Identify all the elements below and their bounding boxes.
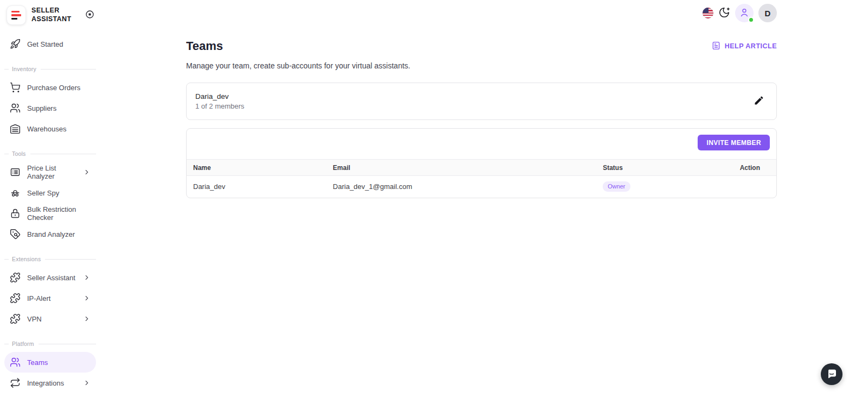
sidebar-collapse-button[interactable] <box>85 9 95 21</box>
column-header-action: Action <box>733 160 776 176</box>
help-article-link[interactable]: HELP ARTICLE <box>711 41 777 52</box>
avatar[interactable]: D <box>758 4 777 22</box>
sidebar-item-ip-alert[interactable]: IP-Alert <box>4 288 96 308</box>
topbar: D <box>100 0 868 26</box>
brand-logo[interactable] <box>7 5 26 25</box>
person-icon <box>739 7 750 20</box>
column-header-email: Email <box>327 160 597 176</box>
warehouse-icon <box>10 123 21 134</box>
sidebar-item-bulk-restriction-checker[interactable]: Bulk Restriction Checker <box>4 203 96 224</box>
us-flag-icon[interactable] <box>703 8 713 18</box>
section-label-extensions: Extensions <box>4 255 96 263</box>
nav-label: Price List Analyzer <box>27 164 83 180</box>
nav-label: Seller Assistant <box>27 274 75 282</box>
member-name-cell: Daria_dev <box>187 176 327 198</box>
members-toolbar: INVITE MEMBER <box>187 129 776 159</box>
sidebar-nav: Get Started Inventory Purchase Orders Su… <box>4 26 96 393</box>
people-icon <box>10 103 21 114</box>
team-name: Daria_dev <box>195 92 244 100</box>
people-icon <box>10 357 21 368</box>
cart-icon <box>10 82 21 93</box>
invite-member-button[interactable]: INVITE MEMBER <box>698 135 770 150</box>
help-article-label: HELP ARTICLE <box>725 42 777 50</box>
brand-header: SELLER ASSISTANT <box>4 4 96 26</box>
edit-team-button[interactable] <box>754 95 764 108</box>
section-text: Extensions <box>12 256 41 262</box>
section-text: Tools <box>12 150 26 157</box>
column-header-name: Name <box>187 160 327 176</box>
nav-label: Integrations <box>27 379 64 387</box>
team-members-count: 1 of 2 members <box>195 102 244 110</box>
member-action-cell <box>733 176 776 198</box>
page-title: Teams <box>186 39 223 53</box>
article-icon <box>711 41 721 52</box>
sidebar-item-teams[interactable]: Teams <box>4 352 96 373</box>
sidebar-item-warehouses[interactable]: Warehouses <box>4 118 96 139</box>
nav-label: Bulk Restriction Checker <box>27 205 91 222</box>
team-card-info: Daria_dev 1 of 2 members <box>195 92 244 110</box>
rocket-icon <box>10 39 21 49</box>
sidebar-item-seller-spy[interactable]: Seller Spy <box>4 182 96 203</box>
sidebar-item-brand-analyzer[interactable]: Brand Analyzer <box>4 224 96 244</box>
chevron-right-icon <box>83 294 91 302</box>
nav-label: Get Started <box>27 40 63 48</box>
sidebar-item-seller-assistant[interactable]: Seller Assistant <box>4 267 96 288</box>
nav-label: Suppliers <box>27 104 56 112</box>
brand-title-line1: SELLER <box>31 7 72 15</box>
chevron-right-icon <box>83 315 91 323</box>
price-list-icon <box>10 167 21 178</box>
chevron-right-icon <box>83 168 91 176</box>
sidebar-item-integrations[interactable]: Integrations <box>4 373 96 393</box>
sidebar-item-purchase-orders[interactable]: Purchase Orders <box>4 77 96 98</box>
nav-label: Warehouses <box>27 125 67 133</box>
nav-label: Brand Analyzer <box>27 230 75 238</box>
section-label-tools: Tools <box>4 150 96 157</box>
status-badge: Owner <box>603 181 630 192</box>
column-header-status: Status <box>596 160 733 176</box>
table-row[interactable]: Daria_dev Daria_dev_1@gmail.com Owner <box>187 176 776 198</box>
spy-icon <box>10 187 21 198</box>
sidebar-item-get-started[interactable]: Get Started <box>4 34 96 54</box>
members-card: INVITE MEMBER Name Email Status Action <box>186 128 777 198</box>
table-header-row: Name Email Status Action <box>187 160 776 176</box>
section-label-inventory: Inventory <box>4 65 96 73</box>
puzzle-icon <box>10 313 21 324</box>
repeat-icon <box>10 377 21 388</box>
chat-bubble-icon <box>825 367 838 382</box>
nav-label: Seller Spy <box>27 189 59 197</box>
section-label-platform: Platform <box>4 340 96 348</box>
nav-label: Teams <box>27 358 48 367</box>
lock-icon <box>10 208 21 219</box>
collapse-icon <box>85 9 95 21</box>
main-area: D Teams HELP ARTICLE Manage your team, c… <box>100 0 868 397</box>
member-status-cell: Owner <box>596 176 733 198</box>
brand-title-line2: ASSISTANT <box>31 15 72 24</box>
chevron-right-icon <box>83 274 91 281</box>
member-email-cell: Daria_dev_1@gmail.com <box>327 176 597 198</box>
members-table: Name Email Status Action Daria_dev Daria… <box>187 159 776 198</box>
section-text: Inventory <box>12 66 36 72</box>
sidebar-item-price-list-analyzer[interactable]: Price List Analyzer <box>4 162 96 182</box>
sidebar-item-vpn[interactable]: VPN <box>4 308 96 329</box>
chevron-right-icon <box>83 379 91 387</box>
brand-title: SELLER ASSISTANT <box>31 7 72 23</box>
page-subtitle: Manage your team, create sub-accounts fo… <box>186 61 777 70</box>
section-text: Platform <box>12 341 34 347</box>
chat-widget-button[interactable] <box>821 363 843 385</box>
app-root: SELLER ASSISTANT Get Started Inventory P… <box>0 0 868 397</box>
puzzle-icon <box>10 293 21 304</box>
puzzle-icon <box>10 272 21 283</box>
profile-status-button[interactable] <box>735 4 754 22</box>
nav-label: Purchase Orders <box>27 84 80 92</box>
teams-page: Teams HELP ARTICLE Manage your team, cre… <box>100 26 868 198</box>
nav-label: VPN <box>27 315 42 323</box>
online-status-dot <box>748 17 754 23</box>
sidebar-item-suppliers[interactable]: Suppliers <box>4 98 96 118</box>
sidebar: SELLER ASSISTANT Get Started Inventory P… <box>0 0 100 397</box>
pencil-icon <box>754 95 764 108</box>
dark-mode-toggle[interactable] <box>718 7 730 20</box>
moon-stars-icon <box>718 7 730 20</box>
tag-search-icon <box>10 229 21 240</box>
team-card: Daria_dev 1 of 2 members <box>186 83 777 120</box>
nav-label: IP-Alert <box>27 294 50 303</box>
